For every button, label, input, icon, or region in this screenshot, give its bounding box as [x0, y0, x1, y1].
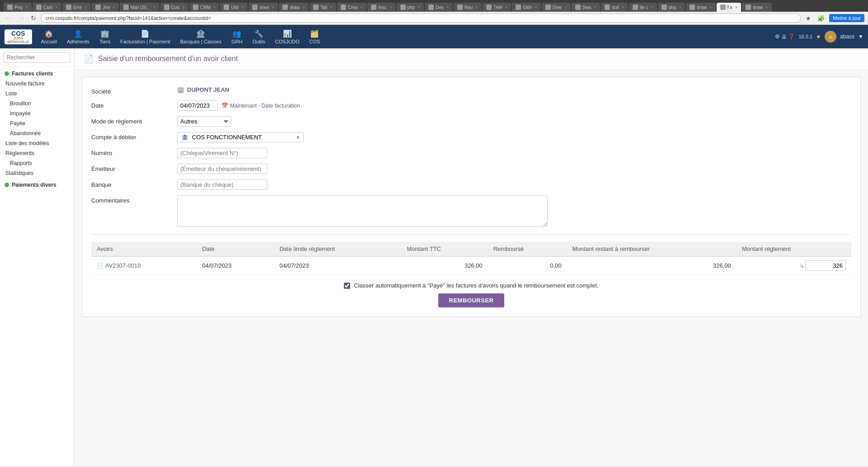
browser-tab[interactable]: Swa×: [572, 3, 600, 12]
tab-close-icon[interactable]: ×: [302, 5, 305, 10]
browser-tab[interactable]: Tail×: [310, 3, 336, 12]
sidebar-item[interactable]: Liste des modèles: [0, 138, 74, 148]
emetteur-label: Émetteur: [91, 164, 173, 172]
browser-tab[interactable]: Utili×: [220, 3, 248, 12]
mode-select[interactable]: AutresChèqueVirementEspècesCB: [177, 116, 231, 127]
sidebar-search-wrapper: [0, 48, 74, 67]
tab-close-icon[interactable]: ×: [709, 5, 712, 10]
nav-item-banques---caisses[interactable]: 🏦Banques | Caisses: [176, 27, 226, 47]
browser-tab[interactable]: draw×: [279, 3, 309, 12]
browser-tab[interactable]: Erre×: [62, 3, 91, 12]
auto-pay-label: Classer automatiquement à "Payé" les fac…: [354, 282, 598, 289]
browser-tab[interactable]: draw×: [742, 3, 772, 12]
sidebar-item[interactable]: Abandonnée: [0, 128, 74, 138]
emetteur-input[interactable]: [177, 164, 267, 174]
tab-close-icon[interactable]: ×: [594, 5, 596, 10]
commentaires-textarea[interactable]: [177, 195, 548, 227]
browser-tab[interactable]: Nou×: [454, 3, 482, 12]
tab-close-icon[interactable]: ×: [330, 5, 333, 10]
nav-item-outils[interactable]: 🔧Outils: [248, 27, 270, 47]
browser-tab[interactable]: Dow×: [542, 3, 571, 12]
nav-item-tiers[interactable]: 🏢Tiers: [95, 27, 115, 47]
account-select[interactable]: COS FONCTIONNEMENT: [192, 132, 293, 142]
back-button[interactable]: ←: [4, 14, 14, 23]
browser-tab[interactable]: Ile c×: [629, 3, 657, 12]
tab-close-icon[interactable]: ×: [505, 5, 507, 10]
browser-tab[interactable]: shee×: [249, 3, 278, 12]
sidebar-item[interactable]: Brouillon: [0, 99, 74, 108]
browser-tab[interactable]: Télé×: [483, 3, 511, 12]
tab-close-icon[interactable]: ×: [272, 5, 275, 10]
tab-close-icon[interactable]: ×: [389, 5, 392, 10]
user-dropdown-icon[interactable]: ▼: [858, 33, 863, 40]
tab-close-icon[interactable]: ×: [679, 5, 681, 10]
tab-close-icon[interactable]: ×: [153, 5, 156, 10]
tab-close-icon[interactable]: ×: [765, 5, 768, 10]
sidebar-item[interactable]: Nouvelle facture: [0, 79, 74, 89]
tab-close-icon[interactable]: ×: [182, 5, 185, 10]
auto-pay-checkbox[interactable]: [344, 283, 350, 289]
date-limite-cell: 04/07/2023: [274, 256, 401, 275]
forward-button[interactable]: →: [16, 14, 26, 23]
tab-close-icon[interactable]: ×: [55, 5, 58, 10]
tab-close-icon[interactable]: ×: [84, 5, 87, 10]
nav-item-adh-rents[interactable]: 👤Adhérents: [62, 27, 94, 47]
bookmark-button[interactable]: ★: [804, 14, 813, 23]
tab-label: Jira: [103, 5, 110, 10]
browser-tab[interactable]: php×: [397, 3, 424, 12]
tab-close-icon[interactable]: ×: [446, 5, 449, 10]
tab-close-icon[interactable]: ×: [735, 5, 737, 10]
nav-item-label: COSJUDO: [275, 39, 300, 44]
browser-tab[interactable]: php×: [658, 3, 685, 12]
browser-tab[interactable]: Mail (26...×: [120, 3, 160, 12]
browser-tab[interactable]: f x×: [717, 3, 741, 12]
tab-close-icon[interactable]: ×: [213, 5, 216, 10]
reload-button[interactable]: ↻: [29, 14, 38, 23]
browser-tab[interactable]: Dev×: [425, 3, 453, 12]
sidebar-item[interactable]: Règlements: [0, 148, 74, 158]
nav-item-facturation---paiement[interactable]: 📄Facturation | Paiement: [116, 27, 174, 47]
browser-tab[interactable]: Cod×: [160, 3, 188, 12]
sidebar-item[interactable]: Liste: [0, 89, 74, 99]
nav-item-cos[interactable]: 🗂️COS: [305, 27, 325, 47]
tab-favicon: [66, 5, 71, 10]
sidebar-item[interactable]: Statistiques: [0, 168, 74, 178]
nav-item-grh[interactable]: 👥GRH: [227, 27, 247, 47]
tab-close-icon[interactable]: ×: [535, 5, 537, 10]
tab-close-icon[interactable]: ×: [564, 5, 567, 10]
browser-tab[interactable]: Cahi×: [33, 3, 61, 12]
browser-tab[interactable]: doli×: [601, 3, 628, 12]
extensions-button[interactable]: 🧩: [816, 14, 826, 23]
tab-close-icon[interactable]: ×: [113, 5, 115, 10]
browser-tab[interactable]: GitH×: [512, 3, 541, 12]
montant-reglement-input[interactable]: [805, 260, 846, 271]
nav-item-cosjudo[interactable]: 📊COSJUDO: [271, 27, 304, 47]
tab-close-icon[interactable]: ×: [360, 5, 363, 10]
nav-item-accueil[interactable]: 🏠Accueil: [37, 27, 61, 47]
banque-input[interactable]: [177, 179, 267, 190]
browser-tab[interactable]: Proj×: [4, 3, 32, 12]
browser-tab[interactable]: Jira×: [92, 3, 119, 12]
sidebar-item[interactable]: Impayée: [0, 108, 74, 118]
browser-tab[interactable]: draw×: [686, 3, 716, 12]
address-bar[interactable]: [41, 14, 801, 23]
tab-close-icon[interactable]: ×: [241, 5, 244, 10]
tab-close-icon[interactable]: ×: [622, 5, 624, 10]
tab-close-icon[interactable]: ×: [25, 5, 28, 10]
sidebar-item[interactable]: Rapports: [0, 158, 74, 168]
sidebar-search-input[interactable]: [4, 52, 70, 63]
update-button[interactable]: Mettre à jour: [829, 14, 864, 22]
browser-tab[interactable]: CRM×: [189, 3, 220, 12]
date-hint-text: Maintenant - Date facturation: [230, 103, 300, 109]
numero-input[interactable]: [177, 148, 267, 158]
browser-tab[interactable]: Crea×: [337, 3, 367, 12]
tab-close-icon[interactable]: ×: [475, 5, 478, 10]
date-input[interactable]: [177, 100, 218, 111]
avoir-link[interactable]: 📄AV2307-0010: [97, 262, 191, 269]
tab-close-icon[interactable]: ×: [418, 5, 420, 10]
sidebar-item[interactable]: Payée: [0, 118, 74, 128]
logo-judo-text: JUDO: [13, 37, 23, 40]
tab-close-icon[interactable]: ×: [651, 5, 653, 10]
rembourser-button[interactable]: REMBOURSER: [438, 293, 505, 307]
browser-tab[interactable]: Insc×: [367, 3, 395, 12]
